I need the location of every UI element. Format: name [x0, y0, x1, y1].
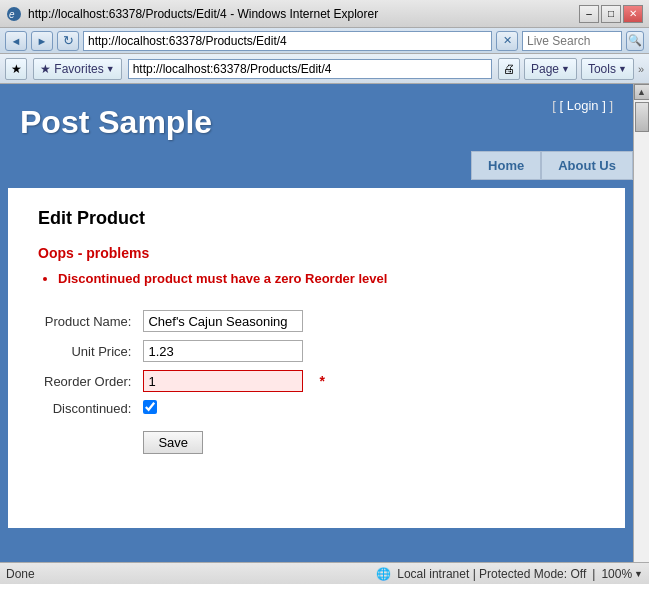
zone-label: Local intranet | Protected Mode: Off [397, 567, 586, 581]
svg-text:e: e [9, 9, 15, 20]
nav-about-us[interactable]: About Us [541, 151, 633, 180]
product-name-cell [137, 306, 309, 336]
address-bar: ◄ ► ↻ ✕ 🔍 [0, 28, 649, 54]
nav-menu: Home About Us [0, 151, 633, 180]
product-name-error-cell [309, 306, 330, 336]
login-link[interactable]: [ [ Login ] ] [552, 98, 613, 113]
reorder-order-input[interactable] [143, 370, 303, 392]
scrollbar: ▲ [633, 84, 649, 562]
stop-button[interactable]: ✕ [496, 31, 518, 51]
scroll-up-button[interactable]: ▲ [634, 84, 650, 100]
toolbar-address-input[interactable] [128, 59, 492, 79]
save-error-cell [309, 421, 330, 458]
search-input[interactable] [522, 31, 622, 51]
toolbar-right: 🖨 Page ▼ Tools ▼ » [498, 58, 644, 80]
zoom-chevron-icon[interactable]: ▼ [634, 569, 643, 579]
favorites-chevron-icon: ▼ [106, 64, 115, 74]
back-button[interactable]: ◄ [5, 31, 27, 51]
favorites-label: Favorites [54, 62, 103, 76]
address-input[interactable] [83, 31, 492, 51]
refresh-button[interactable]: ↻ [57, 31, 79, 51]
favorites-star-icon2: ★ [40, 62, 51, 76]
minimize-button[interactable]: – [579, 5, 599, 23]
toolbar-expander: » [638, 63, 644, 75]
save-row: Save [38, 421, 331, 458]
edit-product-form: Product Name: Unit Price: [38, 306, 595, 458]
favorites-button[interactable]: ★ Favorites ▼ [33, 58, 122, 80]
page-chevron-icon: ▼ [561, 64, 570, 74]
reorder-error-star-cell: * [309, 366, 330, 396]
zoom-label: 100% [601, 567, 632, 581]
product-name-input[interactable] [143, 310, 303, 332]
save-button[interactable]: Save [143, 431, 203, 454]
nav-home[interactable]: Home [471, 151, 541, 180]
login-anchor[interactable]: [ Login ] [559, 98, 605, 113]
forward-button[interactable]: ► [31, 31, 53, 51]
reorder-error-star: * [319, 373, 324, 389]
main-content: Edit Product Oops - problems Discontinue… [8, 188, 625, 528]
browser-icon: e [6, 6, 22, 22]
unit-price-input[interactable] [143, 340, 303, 362]
zoom-divider: | [592, 567, 595, 581]
error-item-0: Discontinued product must have a zero Re… [58, 271, 595, 286]
page-heading: Edit Product [38, 208, 595, 229]
toolbar-bar: ★ ★ Favorites ▼ 🖨 Page ▼ Tools ▼ » [0, 54, 649, 84]
unit-price-error-cell [309, 336, 330, 366]
save-spacer-cell [38, 421, 137, 458]
zone-icon: 🌐 [376, 567, 391, 581]
error-list: Discontinued product must have a zero Re… [38, 271, 595, 286]
site-title: Post Sample [20, 104, 613, 141]
reorder-order-cell [137, 366, 309, 396]
error-heading: Oops - problems [38, 245, 595, 261]
close-button[interactable]: ✕ [623, 5, 643, 23]
discontinued-row: Discontinued: [38, 396, 331, 421]
status-zoom: 100% ▼ [601, 567, 643, 581]
page-label: Page [531, 62, 559, 76]
status-zone: 🌐 Local intranet | Protected Mode: Off |… [376, 567, 643, 581]
tools-chevron-icon: ▼ [618, 64, 627, 74]
unit-price-label: Unit Price: [38, 336, 137, 366]
unit-price-cell [137, 336, 309, 366]
window-controls: – □ ✕ [579, 5, 643, 23]
page-content: [ [ Login ] ] Post Sample Home About Us … [0, 84, 633, 562]
discontinued-checkbox[interactable] [143, 400, 157, 414]
product-name-row: Product Name: [38, 306, 331, 336]
status-bar: Done 🌐 Local intranet | Protected Mode: … [0, 562, 649, 584]
form-table: Product Name: Unit Price: [38, 306, 331, 458]
tools-button[interactable]: Tools ▼ [581, 58, 634, 80]
discontinued-label: Discontinued: [38, 396, 137, 421]
search-go-button[interactable]: 🔍 [626, 31, 644, 51]
favorites-star-icon[interactable]: ★ [5, 58, 27, 80]
print-icon[interactable]: 🖨 [498, 58, 520, 80]
login-bracket-close: ] [609, 98, 613, 113]
discontinued-error-cell [309, 396, 330, 421]
browser-titlebar: e http://localhost:63378/Products/Edit/4… [0, 0, 649, 28]
maximize-button[interactable]: □ [601, 5, 621, 23]
status-done: Done [6, 567, 35, 581]
product-name-label: Product Name: [38, 306, 137, 336]
scroll-thumb[interactable] [635, 102, 649, 132]
save-button-cell: Save [137, 421, 309, 458]
reorder-order-row: Reorder Order: * [38, 366, 331, 396]
tools-label: Tools [588, 62, 616, 76]
discontinued-cell [137, 396, 309, 421]
browser-title: http://localhost:63378/Products/Edit/4 -… [28, 7, 579, 21]
unit-price-row: Unit Price: [38, 336, 331, 366]
reorder-order-label: Reorder Order: [38, 366, 137, 396]
page-area: [ [ Login ] ] Post Sample Home About Us … [0, 84, 649, 562]
page-button[interactable]: Page ▼ [524, 58, 577, 80]
site-header: [ [ Login ] ] Post Sample [0, 84, 633, 151]
